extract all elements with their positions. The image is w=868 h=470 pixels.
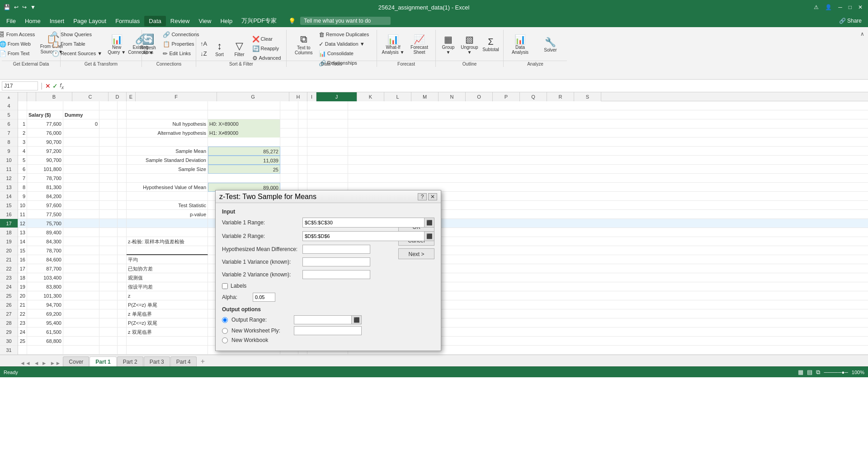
cell-r8-c[interactable] — [63, 138, 99, 147]
cell-r19-a[interactable]: 14 — [18, 237, 27, 246]
connections-button[interactable]: 🔗 Connections — [160, 30, 201, 39]
cell-r7-e[interactable] — [118, 128, 127, 138]
forecast-sheet-button[interactable]: 📈 ForecastSheet — [407, 30, 432, 59]
sheet-nav-prev[interactable]: ◄ — [33, 360, 40, 366]
cell-r15-b[interactable]: 97,600 — [27, 201, 63, 210]
cell-r9-f[interactable]: Sample Mean — [127, 147, 208, 156]
cell-r11-j[interactable] — [307, 165, 348, 174]
from-web-button[interactable]: 🌐 From Web — [0, 39, 37, 48]
cell-r18-b[interactable]: 89,400 — [27, 228, 63, 237]
share-button[interactable]: 🔗 Share — [835, 17, 866, 25]
cell-r26-f[interactable]: P(Z<=z) 单尾 — [127, 300, 208, 309]
cell-r11-c[interactable] — [63, 165, 99, 174]
var1-range-collapse-icon[interactable]: ⬛ — [424, 218, 434, 227]
ztest-dialog[interactable]: z-Test: Two Sample for Means ? ✕ OK Canc… — [215, 190, 441, 351]
sort-button[interactable]: ↕ Sort — [210, 34, 229, 63]
show-queries-button[interactable]: 🔍 Show Queries — [50, 30, 104, 39]
cell-r29-d[interactable] — [99, 328, 118, 337]
cell-r8-j[interactable] — [307, 138, 348, 147]
menu-wanxing[interactable]: 万兴PDF专家 — [237, 15, 281, 27]
zoom-slider[interactable]: ─────●─ — [824, 370, 848, 375]
menu-file[interactable]: File — [2, 16, 20, 26]
cell-r31-a[interactable] — [18, 346, 27, 355]
cell-r14-a[interactable]: 9 — [18, 192, 27, 201]
cell-r5-b[interactable]: Salary ($) — [27, 110, 63, 119]
from-access-button[interactable]: 🗄 From Access — [0, 30, 37, 39]
dialog-next-button[interactable]: Next > — [398, 248, 434, 259]
cell-r10-f[interactable]: Sample Standard Deviation — [127, 156, 208, 165]
cell-r20-e[interactable] — [118, 246, 127, 255]
undo-icon[interactable]: ↩ — [14, 4, 19, 10]
cell-r4-g[interactable] — [208, 101, 280, 110]
from-text-button[interactable]: 📄 From Text — [0, 49, 37, 58]
cell-r8-e[interactable] — [118, 138, 127, 147]
col-header-F[interactable]: F — [136, 92, 217, 101]
cell-r29-e[interactable] — [118, 328, 127, 337]
text-to-columns-button[interactable]: ⧉ Text toColumns — [292, 30, 316, 59]
cell-r23-d[interactable] — [99, 273, 118, 282]
cell-r14-e[interactable] — [118, 192, 127, 201]
cancel-formula-icon[interactable]: ✕ — [45, 82, 51, 90]
col-header-L[interactable]: L — [384, 92, 411, 101]
cell-r11-a[interactable]: 6 — [18, 165, 27, 174]
cell-r19-e[interactable] — [118, 237, 127, 246]
search-box[interactable]: Tell me what you want to do — [300, 17, 391, 25]
var1-variance-input[interactable] — [302, 257, 370, 266]
cell-r12-h[interactable] — [280, 174, 298, 183]
cell-r7-j[interactable] — [307, 128, 348, 138]
cell-r12-i[interactable] — [298, 174, 307, 183]
cell-r11-f[interactable]: Sample Size — [127, 165, 208, 174]
cell-r28-c[interactable] — [63, 318, 99, 328]
output-range-text[interactable] — [294, 317, 351, 323]
cell-r30-e[interactable] — [118, 337, 127, 346]
cell-r29-a[interactable]: 24 — [18, 328, 27, 337]
cell-r30-a[interactable]: 25 — [18, 337, 27, 346]
cell-r24-e[interactable] — [118, 282, 127, 291]
cell-r6-g[interactable]: H0: X=89000 — [208, 119, 280, 128]
cell-r30-d[interactable] — [99, 337, 118, 346]
cell-r19-b[interactable]: 84,300 — [27, 237, 63, 246]
labels-checkbox[interactable] — [222, 283, 228, 289]
reapply-button[interactable]: 🔄 Reapply — [250, 44, 283, 53]
solver-button[interactable]: 🔧 Solver — [536, 30, 565, 59]
col-header-O[interactable]: O — [466, 92, 493, 101]
cell-r17-d[interactable] — [99, 219, 118, 228]
cell-r6-a[interactable]: 1 — [18, 119, 27, 128]
cell-r6-e[interactable] — [118, 119, 127, 128]
cell-r6-f[interactable]: Null hypothesis — [127, 119, 208, 128]
cell-r15-c[interactable] — [63, 201, 99, 210]
cell-r24-c[interactable] — [63, 282, 99, 291]
col-header-K[interactable]: K — [357, 92, 384, 101]
cell-r5-a[interactable] — [18, 110, 27, 119]
cell-r4-j[interactable] — [307, 101, 348, 110]
cell-r31-c[interactable] — [63, 346, 99, 355]
cell-r8-g[interactable] — [208, 138, 280, 147]
formula-input[interactable] — [66, 83, 866, 89]
cell-r27-b[interactable]: 69,200 — [27, 309, 63, 318]
menu-data[interactable]: Data — [144, 16, 165, 26]
cell-r20-f[interactable] — [127, 246, 208, 255]
cell-r11-i[interactable] — [298, 165, 307, 174]
select-all-button[interactable]: ▲ — [7, 95, 11, 100]
cell-r20-a[interactable]: 15 — [18, 246, 27, 255]
cell-r21-a[interactable]: 16 — [18, 255, 27, 264]
cell-r9-e[interactable] — [118, 147, 127, 156]
group-button[interactable]: ▦ Group ▼ — [438, 30, 458, 59]
cell-r21-c[interactable] — [63, 255, 99, 264]
cell-r12-c[interactable] — [63, 174, 99, 183]
cell-r22-e[interactable] — [118, 264, 127, 273]
cell-r10-a[interactable]: 5 — [18, 156, 27, 165]
cell-r16-c[interactable] — [63, 210, 99, 219]
col-header-Q[interactable]: Q — [520, 92, 547, 101]
sheet-tab-part1[interactable]: Part 1 — [90, 356, 116, 366]
cell-r4-c[interactable] — [63, 101, 99, 110]
col-header-P[interactable]: P — [493, 92, 520, 101]
cell-r11-b[interactable]: 101,800 — [27, 165, 63, 174]
new-worksheet-radio[interactable] — [222, 328, 228, 334]
cell-r12-f[interactable] — [127, 174, 208, 183]
cell-r26-b[interactable]: 94,700 — [27, 300, 63, 309]
var2-variance-input[interactable] — [302, 270, 370, 279]
cell-r25-f[interactable]: z — [127, 291, 208, 300]
cell-r14-d[interactable] — [99, 192, 118, 201]
cell-r22-d[interactable] — [99, 264, 118, 273]
